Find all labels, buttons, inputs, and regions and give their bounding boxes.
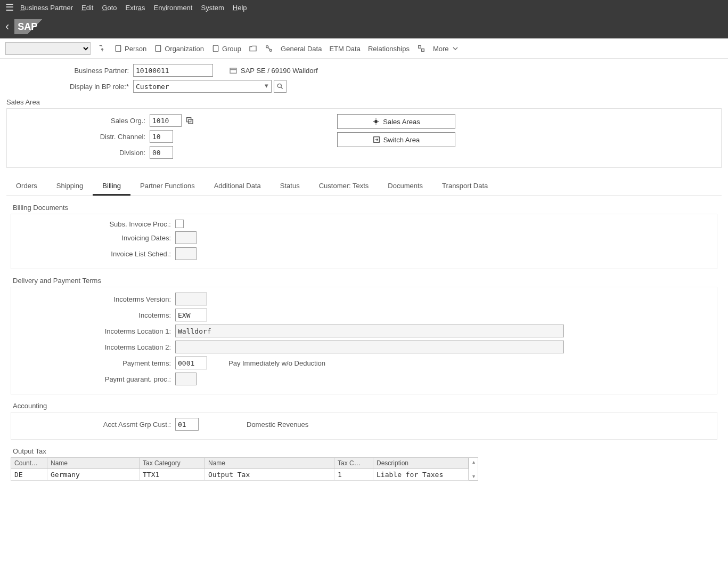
menu-goto[interactable]: Goto <box>102 4 117 12</box>
app-header: ‹ SAP <box>0 15 728 38</box>
tab-orders[interactable]: Orders <box>6 177 47 196</box>
tab-billing[interactable]: Billing <box>93 177 130 196</box>
division-input[interactable] <box>150 146 173 159</box>
cell-description: Liable for Taxes <box>373 469 469 481</box>
menu-business-partner[interactable]: Business Partner <box>20 4 73 12</box>
bp-number-input[interactable] <box>133 64 213 77</box>
menu-edit[interactable]: Edit <box>81 4 93 12</box>
cell-tax-class: 1 <box>334 469 373 481</box>
payment-terms-input[interactable] <box>175 357 207 369</box>
distr-channel-label: Distr. Channel: <box>7 133 150 141</box>
menu-bar: ☰ Business Partner Edit Goto Extras Envi… <box>0 0 728 15</box>
magnifier-icon <box>276 83 284 90</box>
scroll-down-icon[interactable]: ▾ <box>472 473 475 479</box>
incoterms-version-label: Incoterms Version: <box>11 295 175 303</box>
acct-grp-label: Acct Assmt Grp Cust.: <box>11 421 175 429</box>
division-label: Division: <box>7 149 150 157</box>
invoicing-dates-label: Invoicing Dates: <box>11 234 175 242</box>
menu-system[interactable]: System <box>201 4 224 12</box>
invoice-list-sched-input[interactable] <box>175 247 197 260</box>
sales-areas-button[interactable]: Sales Areas <box>337 114 455 129</box>
bp-selector-dropdown[interactable] <box>5 42 91 55</box>
organization-button[interactable]: Organization <box>154 44 204 53</box>
tab-additional-data[interactable]: Additional Data <box>205 177 271 196</box>
open-icon[interactable] <box>249 44 257 53</box>
svg-rect-6 <box>422 49 424 52</box>
col-description[interactable]: Description <box>373 458 469 469</box>
col-country[interactable]: Count… <box>11 458 47 469</box>
delivery-payment-section: Incoterms Version: Incoterms: Incoterms … <box>11 287 717 394</box>
cell-category-name: Output Tax <box>205 469 334 481</box>
incoterms-input[interactable] <box>175 309 207 321</box>
incoterms-version-input[interactable] <box>175 293 207 305</box>
svg-rect-2 <box>213 45 218 52</box>
paymt-guarant-input[interactable] <box>175 373 197 385</box>
relationship-icon[interactable] <box>265 44 273 53</box>
relationships-button[interactable]: Relationships <box>368 45 410 53</box>
col-category-name[interactable]: Name <box>205 458 334 469</box>
acct-grp-input[interactable] <box>175 418 199 431</box>
billing-documents-section: Subs. Invoice Proc.: Invoicing Dates: In… <box>11 214 717 269</box>
valuehelp-icon <box>185 116 194 125</box>
menu-environment[interactable]: Environment <box>153 4 192 12</box>
paymt-guarant-label: Paymt guarant. proc.: <box>11 375 175 383</box>
accounting-title: Accounting <box>13 402 722 410</box>
tab-documents[interactable]: Documents <box>378 177 432 196</box>
incoterms-loc2-label: Incoterms Location 2: <box>11 343 175 351</box>
subs-invoice-checkbox[interactable] <box>175 220 184 228</box>
display-change-icon[interactable] <box>98 44 107 53</box>
sales-area-section: Sales Org.: Distr. Channel: Division: Sa… <box>6 108 722 168</box>
col-tax-category[interactable]: Tax Category <box>140 458 205 469</box>
tab-partner-functions[interactable]: Partner Functions <box>130 177 205 196</box>
sales-org-label: Sales Org.: <box>7 117 150 125</box>
switch-area-button[interactable]: Switch Area <box>337 132 455 147</box>
menu-extras[interactable]: Extras <box>126 4 145 12</box>
svg-rect-1 <box>156 45 161 52</box>
person-button[interactable]: Person <box>114 44 146 53</box>
settings-icon[interactable] <box>417 44 426 53</box>
incoterms-loc2-input[interactable] <box>175 341 564 353</box>
company-icon <box>229 66 238 75</box>
role-label: Display in BP role:* <box>6 83 133 91</box>
incoterms-loc1-input[interactable] <box>175 325 564 337</box>
sales-org-valuehelp[interactable] <box>184 115 195 126</box>
distr-channel-input[interactable] <box>150 130 173 143</box>
col-tax-class[interactable]: Tax C… <box>334 458 373 469</box>
sap-logo: SAP <box>14 19 56 34</box>
payment-terms-label: Payment terms: <box>11 359 175 367</box>
tab-shipping[interactable]: Shipping <box>47 177 93 196</box>
group-button[interactable]: Group <box>211 44 241 53</box>
table-row[interactable]: DE Germany TTX1 Output Tax 1 Liable for … <box>11 469 469 481</box>
svg-rect-5 <box>419 46 421 48</box>
cell-tax-category: TTX1 <box>140 469 205 481</box>
invoicing-dates-input[interactable] <box>175 231 197 244</box>
col-name[interactable]: Name <box>47 458 140 469</box>
delivery-payment-title: Delivery and Payment Terms <box>13 277 722 285</box>
role-search-button[interactable] <box>274 80 287 93</box>
sales-area-title: Sales Area <box>6 98 722 106</box>
incoterms-label: Incoterms: <box>11 311 175 319</box>
tab-status[interactable]: Status <box>271 177 309 196</box>
invoice-list-sched-label: Invoice List Sched.: <box>11 250 175 258</box>
payment-terms-desc: Pay Immediately w/o Deduction <box>228 359 325 367</box>
table-header-row: Count… Name Tax Category Name Tax C… Des… <box>11 458 469 469</box>
scroll-up-icon[interactable]: ▴ <box>472 459 475 465</box>
svg-point-8 <box>277 84 281 87</box>
cell-name: Germany <box>47 469 140 481</box>
tab-transport-data[interactable]: Transport Data <box>432 177 497 196</box>
switch-icon <box>373 136 380 143</box>
subs-invoice-label: Subs. Invoice Proc.: <box>11 220 175 228</box>
role-dropdown[interactable] <box>133 80 272 93</box>
sales-org-input[interactable] <box>150 114 182 127</box>
incoterms-loc1-label: Incoterms Location 1: <box>11 327 175 335</box>
menu-toggle-icon[interactable]: ☰ <box>5 2 14 13</box>
more-button[interactable]: More <box>433 44 460 53</box>
etm-data-button[interactable]: ETM Data <box>329 45 361 53</box>
tab-customer-texts[interactable]: Customer: Texts <box>309 177 379 196</box>
table-scrollbar[interactable]: ▴ ▾ <box>469 457 478 481</box>
menu-help[interactable]: Help <box>233 4 247 12</box>
bp-label: Business Partner: <box>6 67 133 75</box>
back-button[interactable]: ‹ <box>5 20 9 34</box>
tab-strip: Orders Shipping Billing Partner Function… <box>6 177 722 196</box>
general-data-button[interactable]: General Data <box>281 45 322 53</box>
